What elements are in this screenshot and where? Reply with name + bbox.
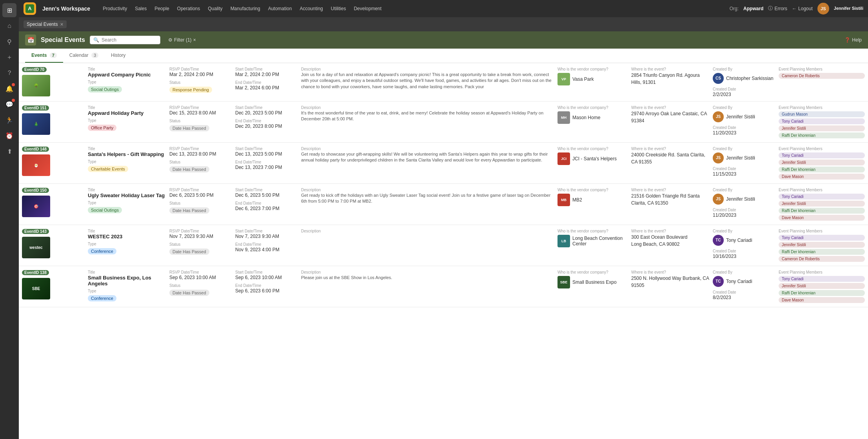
vendor-logo: MH	[557, 111, 570, 124]
special-events-tag[interactable]: Special Events ×	[24, 20, 67, 28]
member-chip: Dave Mason	[779, 297, 865, 303]
event-image-cell: EventID 150🎯	[22, 188, 85, 217]
event-title-cell: TitleSmall Business Expo, Los AngelesTyp…	[88, 270, 166, 301]
table-row[interactable]: EventID 148🎅TitleSanta's Helpers - Gift …	[19, 143, 868, 184]
location-cell: Where is the event?2854 Triunfo Canyon R…	[631, 67, 710, 86]
event-title-cell: TitleAppward Company PicnicTypeSocial Ou…	[88, 67, 166, 93]
app-logo-inner: A	[25, 4, 34, 13]
event-location: 29740 Arroyo Oak Lane Castaic, CA 91384	[631, 110, 710, 124]
event-id-badge: EventID 138	[22, 270, 49, 275]
nav-sales[interactable]: Sales	[132, 4, 150, 13]
nav-quality[interactable]: Quality	[205, 4, 225, 13]
event-title-cell: TitleAppward Holiday PartyTypeOffice Par…	[88, 105, 166, 131]
tabs-bar: Events 7 Calendar 3 History	[19, 49, 868, 63]
logout-button[interactable]: ← Logout	[792, 6, 813, 11]
tag-label: Special Events	[27, 22, 58, 27]
logo-letter: A	[28, 5, 31, 11]
event-status-badge: Response Pending	[169, 87, 212, 93]
end-date: Dec 13, 2023 7:00 PM	[235, 165, 298, 170]
creator-name: Jennifer Sistili	[726, 155, 755, 161]
nav-automation[interactable]: Automation	[265, 4, 295, 13]
filter-button[interactable]: ⚙ Filter (1) ×	[165, 36, 199, 44]
created-date: 10/16/2023	[713, 254, 775, 259]
nav-productivity[interactable]: Productivity	[100, 4, 130, 13]
filter-close-icon[interactable]: ×	[193, 37, 196, 43]
vendor-name: Vasa Park	[572, 76, 594, 82]
member-chip: Raffi Der khorenian	[779, 167, 865, 172]
module-header: 📅 Special Events 🔍 ⚙ Filter (1) × ❓ Help	[19, 31, 868, 49]
user-avatar[interactable]: JS	[817, 3, 829, 15]
description-cell: DescriptionIt's the most wonderful time …	[301, 105, 554, 122]
sidebar-icon-chat[interactable]: 💬	[2, 97, 16, 111]
event-image: 🌳	[22, 75, 50, 96]
vendor-cell: Who is the vendor company?LBLong Beach C…	[557, 229, 628, 247]
nav-manufacturing[interactable]: Manufacturing	[227, 4, 263, 13]
members-cell: Event Planning MembersTony CariadiJennif…	[779, 270, 865, 303]
vendor-cell: Who is the vendor company?SBESmall Busin…	[557, 270, 628, 288]
calendar-icon: 📅	[27, 37, 34, 43]
description-cell: Description	[301, 229, 554, 234]
table-row[interactable]: EventID 143westecTitleWESTEC 2023TypeCon…	[19, 225, 868, 266]
nav-accounting[interactable]: Accounting	[296, 4, 326, 13]
table-row[interactable]: EventID 138SBETitleSmall Business Expo, …	[19, 266, 868, 307]
event-status-badge: Date Has Passed	[169, 207, 209, 214]
date-cell: Start Date/TimeNov 7, 2023 9:30 AMEnd Da…	[235, 229, 298, 252]
table-row[interactable]: EventID 150🎯TitleUgly Sweater Holiday La…	[19, 184, 868, 225]
rsvp-date: Mar 2, 2024 2:00 PM	[169, 72, 232, 77]
rsvp-cell: RSVP Date/TimeDec 13, 2023 8:00 PMStatus…	[169, 147, 232, 172]
tab-calendar[interactable]: Calendar 3	[63, 49, 105, 63]
sidebar-icon-person[interactable]: 🏃	[2, 113, 16, 127]
event-description: Please join us at the SBE Show in Los An…	[301, 275, 554, 281]
sidebar-icon-search[interactable]: ⚲	[2, 34, 16, 49]
sidebar-icon-grid[interactable]: ⊞	[2, 3, 16, 17]
member-chip: Cameron De Robertis	[779, 73, 865, 79]
vendor-logo: JCI	[557, 152, 570, 165]
location-cell: Where is the event?29740 Arroyo Oak Lane…	[631, 105, 710, 124]
description-cell: DescriptionPlease join us at the SBE Sho…	[301, 270, 554, 281]
description-cell: DescriptionJoin us for a day of fun and …	[301, 67, 554, 90]
event-title: Appward Holiday Party	[88, 110, 166, 116]
event-description: Join us for a day of fun and relaxation …	[301, 72, 554, 90]
nav-development[interactable]: Development	[350, 4, 385, 13]
event-title: Appward Company Picnic	[88, 72, 166, 78]
event-description: Get ready to showcase your gift-wrapping…	[301, 151, 554, 163]
nav-operations[interactable]: Operations	[174, 4, 203, 13]
errors-button[interactable]: ⓘ Errors	[768, 5, 787, 12]
sidebar-icon-upload[interactable]: ⬆	[2, 144, 16, 158]
end-date: Sep 6, 2023 6:00 PM	[235, 288, 298, 294]
sidebar-icon-home[interactable]: ⌂	[2, 19, 16, 33]
tab-history[interactable]: History	[105, 49, 132, 63]
sidebar-icon-clock[interactable]: ⏰	[2, 129, 16, 143]
nav-right: Org: Appward ⓘ Errors ← Logout JS Jennif…	[730, 3, 863, 15]
start-date: Dec 13, 2023 5:00 PM	[235, 151, 298, 157]
vendor-cell: Who is the vendor company?VPVasa Park	[557, 67, 628, 85]
org-name[interactable]: Appward	[743, 6, 763, 11]
help-button[interactable]: ❓ Help	[844, 37, 862, 43]
created-date: 11/20/2023	[713, 130, 775, 136]
search-input[interactable]	[102, 37, 157, 43]
sidebar-icon-help[interactable]: ？	[2, 66, 16, 80]
location-cell: Where is the event?21516 Golden Triangle…	[631, 188, 710, 207]
members-cell: Event Planning MembersTony CariadiJennif…	[779, 147, 865, 180]
table-row[interactable]: EventID 70🌳TitleAppward Company PicnicTy…	[19, 63, 868, 102]
search-box[interactable]: 🔍	[90, 36, 160, 44]
creator-name: Christopher Sarkissian	[726, 76, 774, 81]
event-title-cell: TitleSanta's Helpers - Gift WrappingType…	[88, 147, 166, 172]
org-label: Org:	[730, 6, 739, 11]
nav-items: Productivity Sales People Operations Qua…	[100, 4, 723, 13]
nav-utilities[interactable]: Utilities	[328, 4, 349, 13]
creator-name: Jennifer Sistili	[726, 114, 755, 120]
date-cell: Start Date/TimeMar 2, 2024 2:00 PMEnd Da…	[235, 67, 298, 91]
sidebar-icon-bell[interactable]: 🔔	[2, 82, 16, 96]
sidebar-icon-add[interactable]: ＋	[2, 50, 16, 64]
tab-events[interactable]: Events 7	[25, 49, 63, 63]
event-image-cell: EventID 138SBE	[22, 270, 85, 299]
rsvp-date: Dec 15, 2023 8:00 AM	[169, 110, 232, 116]
nav-people[interactable]: People	[151, 4, 172, 13]
event-status-badge: Date Has Passed	[169, 249, 209, 255]
tag-close-icon[interactable]: ×	[60, 22, 63, 27]
creator-avatar: JS	[713, 194, 724, 205]
workspace-name: Jenn's Workspace	[42, 5, 90, 12]
app-logo[interactable]: A	[24, 2, 36, 15]
table-row[interactable]: EventID 151🎄TitleAppward Holiday PartyTy…	[19, 102, 868, 143]
